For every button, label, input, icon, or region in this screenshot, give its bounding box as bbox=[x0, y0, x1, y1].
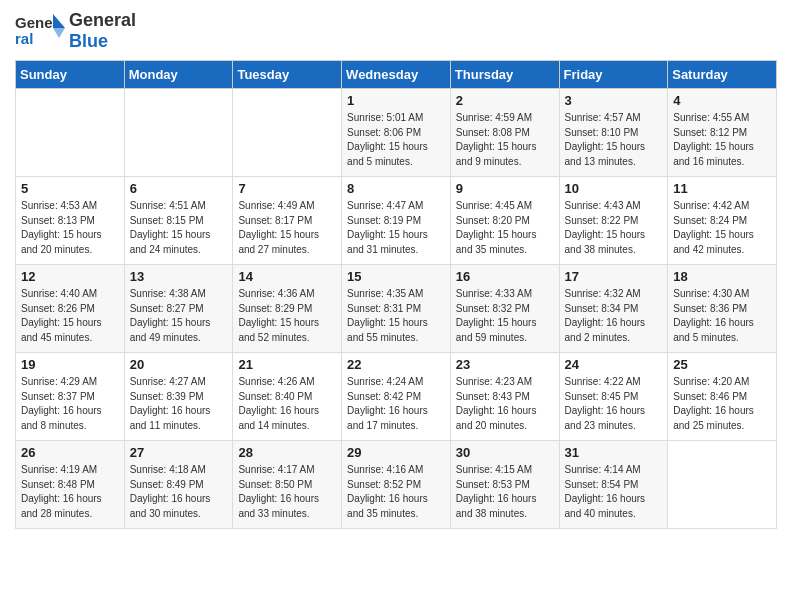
day-info: Sunrise: 4:17 AM Sunset: 8:50 PM Dayligh… bbox=[238, 463, 336, 521]
calendar-cell: 22Sunrise: 4:24 AM Sunset: 8:42 PM Dayli… bbox=[342, 353, 451, 441]
calendar-cell: 28Sunrise: 4:17 AM Sunset: 8:50 PM Dayli… bbox=[233, 441, 342, 529]
calendar-cell: 1Sunrise: 5:01 AM Sunset: 8:06 PM Daylig… bbox=[342, 89, 451, 177]
day-number: 17 bbox=[565, 269, 663, 284]
day-info: Sunrise: 4:20 AM Sunset: 8:46 PM Dayligh… bbox=[673, 375, 771, 433]
day-number: 13 bbox=[130, 269, 228, 284]
calendar-cell bbox=[124, 89, 233, 177]
calendar-cell: 19Sunrise: 4:29 AM Sunset: 8:37 PM Dayli… bbox=[16, 353, 125, 441]
svg-text:ral: ral bbox=[15, 30, 33, 47]
calendar-cell: 5Sunrise: 4:53 AM Sunset: 8:13 PM Daylig… bbox=[16, 177, 125, 265]
calendar-cell: 20Sunrise: 4:27 AM Sunset: 8:39 PM Dayli… bbox=[124, 353, 233, 441]
svg-marker-3 bbox=[53, 28, 65, 38]
day-number: 20 bbox=[130, 357, 228, 372]
day-info: Sunrise: 4:26 AM Sunset: 8:40 PM Dayligh… bbox=[238, 375, 336, 433]
calendar-cell: 11Sunrise: 4:42 AM Sunset: 8:24 PM Dayli… bbox=[668, 177, 777, 265]
header-saturday: Saturday bbox=[668, 61, 777, 89]
day-info: Sunrise: 5:01 AM Sunset: 8:06 PM Dayligh… bbox=[347, 111, 445, 169]
day-number: 28 bbox=[238, 445, 336, 460]
day-info: Sunrise: 4:36 AM Sunset: 8:29 PM Dayligh… bbox=[238, 287, 336, 345]
calendar-cell: 4Sunrise: 4:55 AM Sunset: 8:12 PM Daylig… bbox=[668, 89, 777, 177]
logo-wordmark: General Blue bbox=[69, 10, 136, 52]
calendar-cell: 12Sunrise: 4:40 AM Sunset: 8:26 PM Dayli… bbox=[16, 265, 125, 353]
calendar-cell bbox=[668, 441, 777, 529]
day-number: 14 bbox=[238, 269, 336, 284]
page-header: Gene ral General Blue bbox=[15, 10, 777, 52]
day-info: Sunrise: 4:38 AM Sunset: 8:27 PM Dayligh… bbox=[130, 287, 228, 345]
day-info: Sunrise: 4:57 AM Sunset: 8:10 PM Dayligh… bbox=[565, 111, 663, 169]
calendar-cell: 10Sunrise: 4:43 AM Sunset: 8:22 PM Dayli… bbox=[559, 177, 668, 265]
day-info: Sunrise: 4:15 AM Sunset: 8:53 PM Dayligh… bbox=[456, 463, 554, 521]
day-info: Sunrise: 4:42 AM Sunset: 8:24 PM Dayligh… bbox=[673, 199, 771, 257]
day-info: Sunrise: 4:23 AM Sunset: 8:43 PM Dayligh… bbox=[456, 375, 554, 433]
day-info: Sunrise: 4:32 AM Sunset: 8:34 PM Dayligh… bbox=[565, 287, 663, 345]
day-number: 31 bbox=[565, 445, 663, 460]
calendar-cell: 13Sunrise: 4:38 AM Sunset: 8:27 PM Dayli… bbox=[124, 265, 233, 353]
day-info: Sunrise: 4:27 AM Sunset: 8:39 PM Dayligh… bbox=[130, 375, 228, 433]
day-info: Sunrise: 4:18 AM Sunset: 8:49 PM Dayligh… bbox=[130, 463, 228, 521]
day-number: 21 bbox=[238, 357, 336, 372]
header-wednesday: Wednesday bbox=[342, 61, 451, 89]
day-number: 3 bbox=[565, 93, 663, 108]
day-info: Sunrise: 4:49 AM Sunset: 8:17 PM Dayligh… bbox=[238, 199, 336, 257]
day-info: Sunrise: 4:45 AM Sunset: 8:20 PM Dayligh… bbox=[456, 199, 554, 257]
day-info: Sunrise: 4:33 AM Sunset: 8:32 PM Dayligh… bbox=[456, 287, 554, 345]
calendar-week-3: 12Sunrise: 4:40 AM Sunset: 8:26 PM Dayli… bbox=[16, 265, 777, 353]
day-number: 23 bbox=[456, 357, 554, 372]
calendar-cell: 16Sunrise: 4:33 AM Sunset: 8:32 PM Dayli… bbox=[450, 265, 559, 353]
calendar-week-4: 19Sunrise: 4:29 AM Sunset: 8:37 PM Dayli… bbox=[16, 353, 777, 441]
calendar-cell: 9Sunrise: 4:45 AM Sunset: 8:20 PM Daylig… bbox=[450, 177, 559, 265]
calendar-cell: 25Sunrise: 4:20 AM Sunset: 8:46 PM Dayli… bbox=[668, 353, 777, 441]
day-number: 26 bbox=[21, 445, 119, 460]
svg-marker-2 bbox=[53, 14, 65, 28]
day-number: 12 bbox=[21, 269, 119, 284]
calendar-cell: 29Sunrise: 4:16 AM Sunset: 8:52 PM Dayli… bbox=[342, 441, 451, 529]
calendar-cell: 15Sunrise: 4:35 AM Sunset: 8:31 PM Dayli… bbox=[342, 265, 451, 353]
header-sunday: Sunday bbox=[16, 61, 125, 89]
day-number: 5 bbox=[21, 181, 119, 196]
day-number: 9 bbox=[456, 181, 554, 196]
day-number: 7 bbox=[238, 181, 336, 196]
day-info: Sunrise: 4:40 AM Sunset: 8:26 PM Dayligh… bbox=[21, 287, 119, 345]
day-info: Sunrise: 4:24 AM Sunset: 8:42 PM Dayligh… bbox=[347, 375, 445, 433]
calendar-cell: 23Sunrise: 4:23 AM Sunset: 8:43 PM Dayli… bbox=[450, 353, 559, 441]
logo: Gene ral General Blue bbox=[15, 10, 136, 52]
day-number: 24 bbox=[565, 357, 663, 372]
calendar-cell: 27Sunrise: 4:18 AM Sunset: 8:49 PM Dayli… bbox=[124, 441, 233, 529]
calendar-cell: 8Sunrise: 4:47 AM Sunset: 8:19 PM Daylig… bbox=[342, 177, 451, 265]
logo-svg: Gene ral bbox=[15, 10, 65, 52]
day-number: 8 bbox=[347, 181, 445, 196]
calendar-cell: 3Sunrise: 4:57 AM Sunset: 8:10 PM Daylig… bbox=[559, 89, 668, 177]
day-number: 10 bbox=[565, 181, 663, 196]
calendar-cell: 14Sunrise: 4:36 AM Sunset: 8:29 PM Dayli… bbox=[233, 265, 342, 353]
day-info: Sunrise: 4:19 AM Sunset: 8:48 PM Dayligh… bbox=[21, 463, 119, 521]
calendar-cell: 26Sunrise: 4:19 AM Sunset: 8:48 PM Dayli… bbox=[16, 441, 125, 529]
day-number: 1 bbox=[347, 93, 445, 108]
calendar-header-row: SundayMondayTuesdayWednesdayThursdayFrid… bbox=[16, 61, 777, 89]
day-info: Sunrise: 4:30 AM Sunset: 8:36 PM Dayligh… bbox=[673, 287, 771, 345]
day-number: 22 bbox=[347, 357, 445, 372]
day-info: Sunrise: 4:29 AM Sunset: 8:37 PM Dayligh… bbox=[21, 375, 119, 433]
calendar-cell: 21Sunrise: 4:26 AM Sunset: 8:40 PM Dayli… bbox=[233, 353, 342, 441]
logo-blue: Blue bbox=[69, 31, 108, 51]
calendar-cell: 17Sunrise: 4:32 AM Sunset: 8:34 PM Dayli… bbox=[559, 265, 668, 353]
calendar-cell bbox=[16, 89, 125, 177]
svg-text:Gene: Gene bbox=[15, 14, 53, 31]
day-number: 25 bbox=[673, 357, 771, 372]
calendar-cell: 2Sunrise: 4:59 AM Sunset: 8:08 PM Daylig… bbox=[450, 89, 559, 177]
day-number: 15 bbox=[347, 269, 445, 284]
calendar-table: SundayMondayTuesdayWednesdayThursdayFrid… bbox=[15, 60, 777, 529]
calendar-cell: 24Sunrise: 4:22 AM Sunset: 8:45 PM Dayli… bbox=[559, 353, 668, 441]
day-info: Sunrise: 4:43 AM Sunset: 8:22 PM Dayligh… bbox=[565, 199, 663, 257]
day-number: 11 bbox=[673, 181, 771, 196]
calendar-cell: 7Sunrise: 4:49 AM Sunset: 8:17 PM Daylig… bbox=[233, 177, 342, 265]
day-info: Sunrise: 4:22 AM Sunset: 8:45 PM Dayligh… bbox=[565, 375, 663, 433]
day-info: Sunrise: 4:14 AM Sunset: 8:54 PM Dayligh… bbox=[565, 463, 663, 521]
calendar-cell: 6Sunrise: 4:51 AM Sunset: 8:15 PM Daylig… bbox=[124, 177, 233, 265]
header-friday: Friday bbox=[559, 61, 668, 89]
day-number: 19 bbox=[21, 357, 119, 372]
day-number: 4 bbox=[673, 93, 771, 108]
day-info: Sunrise: 4:51 AM Sunset: 8:15 PM Dayligh… bbox=[130, 199, 228, 257]
header-tuesday: Tuesday bbox=[233, 61, 342, 89]
day-number: 18 bbox=[673, 269, 771, 284]
day-info: Sunrise: 4:53 AM Sunset: 8:13 PM Dayligh… bbox=[21, 199, 119, 257]
